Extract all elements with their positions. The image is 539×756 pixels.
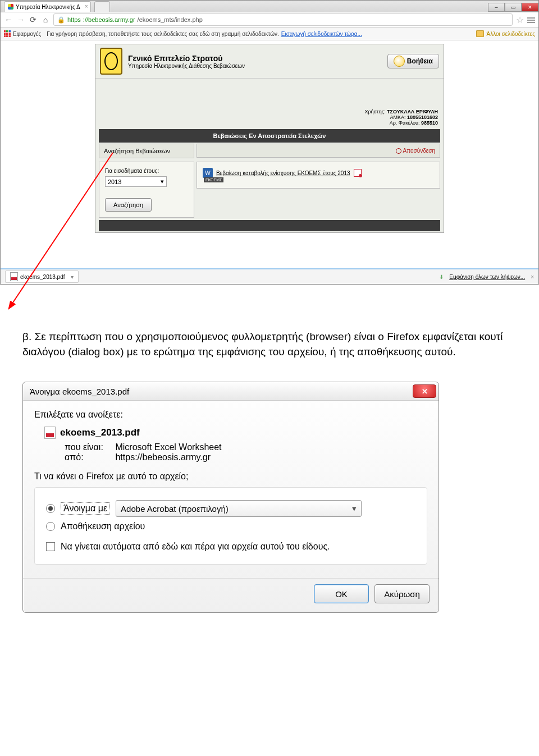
user-name: ΤΣΟΥΚΑΛΑ ΕΡΙΦΥΛΗ	[387, 109, 438, 114]
import-bookmarks-link[interactable]: Εισαγωγή σελιδοδεικτών τώρα...	[281, 31, 362, 37]
back-icon[interactable]: ←	[4, 15, 13, 24]
chevron-down-icon: ▾	[352, 503, 357, 514]
bookmark-star-icon[interactable]: ☆	[516, 15, 524, 25]
power-icon	[396, 148, 401, 154]
option-save-file[interactable]: Αποθήκευση αρχείου	[46, 521, 419, 532]
ok-button[interactable]: OK	[314, 584, 369, 603]
bulb-icon	[394, 56, 405, 67]
pdf-icon	[10, 272, 18, 281]
search-button[interactable]: Αναζήτηση	[105, 198, 152, 212]
body-paragraph: β. Σε περίπτωση που ο χρησιμοποιούμενος …	[0, 285, 539, 382]
bookmarks-bar: Εφαρμογές Για γρήγορη πρόσβαση, τοποθετή…	[1, 28, 538, 40]
dialog-body: Επιλέξατε να ανοίξετε: ekoems_2013.pdf π…	[23, 401, 438, 578]
minimize-button[interactable]: –	[488, 3, 505, 12]
cancel-button[interactable]: Ακύρωση	[374, 584, 430, 603]
browser-screenshot: Υπηρεσία Ηλεκτρονικής Δ × – ▭ ✕ ← → ⟳ ⌂ …	[0, 0, 539, 285]
application-value: Adobe Acrobat (προεπιλογή)	[121, 504, 229, 514]
forward-icon[interactable]: →	[16, 15, 25, 24]
radio-open-with[interactable]	[46, 504, 55, 513]
browser-tab-active[interactable]: Υπηρεσία Ηλεκτρονικής Δ ×	[4, 1, 91, 12]
footer-bar	[99, 220, 440, 231]
apps-label[interactable]: Εφαρμογές	[13, 31, 41, 37]
logout-label: Αποσύνδεση	[403, 148, 435, 154]
help-label: Βοήθεια	[407, 57, 433, 65]
maximize-button[interactable]: ▭	[505, 3, 522, 12]
chevron-down-icon: ▾	[161, 178, 164, 185]
site-container: Γενικό Επιτελείο Στρατού Υπηρεσία Ηλεκτρ…	[95, 44, 444, 233]
save-file-label: Αποθήκευση αρχείου	[61, 521, 145, 532]
tab-title: Υπηρεσία Ηλεκτρονικής Δ	[16, 4, 80, 10]
type-value: Microsoft Excel Worksheet	[115, 442, 221, 452]
other-bookmarks[interactable]: Άλλοι σελιδοδείκτες	[476, 30, 535, 37]
dialog-titlebar: Άνοιγμα ekoems_2013.pdf ✕	[23, 382, 438, 401]
body-text: β. Σε περίπτωση που ο χρησιμοποιούμενος …	[22, 331, 503, 358]
radio-save-file[interactable]	[46, 522, 55, 531]
army-emblem-icon	[100, 48, 122, 75]
dialog-file-row: ekoems_2013.pdf	[44, 427, 427, 439]
dialog-options: Άνοιγμα με Adobe Acrobat (προεπιλογή) ▾ …	[34, 487, 427, 565]
dialog-question: Τι να κάνει ο Firefox με αυτό το αρχείο;	[34, 471, 427, 482]
amka-value: 18055101602	[407, 114, 438, 120]
document-badge: ΕΚΟΕΜΣ	[204, 177, 223, 182]
page-viewport: Γενικό Επιτελείο Στρατού Υπηρεσία Ηλεκτρ…	[1, 40, 538, 268]
help-button[interactable]: Βοήθεια	[387, 54, 439, 68]
from-label: από:	[65, 452, 113, 462]
url-host: ://bebeosis.army.gr	[83, 16, 135, 23]
dialog-line1: Επιλέξατε να ανοίξετε:	[34, 410, 427, 420]
option-open-with[interactable]: Άνοιγμα με Adobe Acrobat (προεπιλογή) ▾	[46, 500, 419, 517]
home-icon[interactable]: ⌂	[41, 15, 50, 24]
close-button[interactable]: ✕	[522, 3, 538, 12]
document-title: Βεβαίωση καταβολής ενίσχυσης ΕΚΟΕΜΣ έτου…	[216, 170, 350, 176]
fakelos-label: Αρ. Φακέλου:	[390, 120, 420, 126]
site-subtitle: Υπηρεσία Ηλεκτρονικής Διάθεσης Βεβαιώσεω…	[128, 63, 245, 69]
year-select[interactable]: 2013 ▾	[105, 176, 167, 187]
results-box: W Βεβαίωση καταβολής ενίσχυσης ΕΚΟΕΜΣ έτ…	[197, 162, 440, 189]
lock-icon: 🔒	[57, 16, 65, 24]
search-head: Αναζήτηση Βεβαιώσεων	[99, 144, 194, 158]
dialog-buttons: OK Ακύρωση	[23, 578, 438, 612]
tab-title-ghost	[98, 4, 100, 10]
option-remember[interactable]: Να γίνεται αυτόματα από εδώ και πέρα για…	[46, 542, 419, 552]
year-label: Για εισοδήματα έτους:	[105, 168, 188, 174]
url-protocol: https	[67, 16, 81, 23]
show-all-downloads-link[interactable]: Εμφάνιση όλων των λήψεων...	[449, 274, 525, 280]
open-file-dialog: Άνοιγμα ekoems_2013.pdf ✕ Επιλέξατε να α…	[22, 382, 439, 613]
logout-bar[interactable]: Αποσύνδεση	[197, 144, 440, 158]
year-value: 2013	[108, 178, 121, 185]
chrome-tabstrip: Υπηρεσία Ηλεκτρονικής Δ × – ▭ ✕	[1, 1, 538, 12]
reload-icon[interactable]: ⟳	[29, 15, 38, 24]
tab-close-icon[interactable]: ×	[85, 3, 88, 10]
user-label: Χρήστης:	[364, 109, 385, 114]
download-arrow-icon: ⬇	[439, 274, 444, 280]
chrome-menu-icon[interactable]	[527, 16, 535, 23]
browser-tab-inactive[interactable]	[94, 1, 111, 12]
section-bar: Βεβαιώσεις Εν Αποστρατεία Στελεχών	[99, 129, 440, 143]
address-bar-row: ← → ⟳ ⌂ 🔒 https://bebeosis.army.gr/ekoem…	[1, 12, 538, 28]
other-bookmarks-label: Άλλοι σελιδοδείκτες	[486, 31, 535, 37]
checkbox-remember[interactable]	[46, 542, 55, 551]
address-bar[interactable]: 🔒 https://bebeosis.army.gr/ekoems_mts/in…	[53, 13, 513, 26]
close-downloads-icon[interactable]: ×	[531, 274, 534, 280]
panel-body-row: Για εισοδήματα έτους: 2013 ▾ Αναζήτηση W	[95, 159, 444, 219]
site-title: Γενικό Επιτελείο Στρατού	[128, 54, 245, 63]
chevron-down-icon[interactable]: ▾	[71, 274, 74, 280]
url-path: /ekoems_mts/index.php	[138, 16, 203, 23]
download-bar: ekoems_2013.pdf ▾ ⬇ Εμφάνιση όλων των λή…	[1, 268, 538, 284]
dialog-close-button[interactable]: ✕	[413, 384, 436, 398]
bookmarks-hint: Για γρήγορη πρόσβαση, τοποθετήστε τους σ…	[47, 31, 279, 37]
pdf-file-icon	[44, 427, 56, 439]
site-header: Γενικό Επιτελείο Στρατού Υπηρεσία Ηλεκτρ…	[95, 44, 444, 79]
dialog-meta-from: από: https://bebeosis.army.gr	[65, 452, 427, 462]
window-controls: – ▭ ✕	[488, 3, 538, 12]
application-combo[interactable]: Adobe Acrobat (προεπιλογή) ▾	[116, 500, 362, 517]
download-item[interactable]: ekoems_2013.pdf ▾	[5, 271, 79, 283]
dialog-filename: ekoems_2013.pdf	[60, 427, 140, 438]
search-box: Για εισοδήματα έτους: 2013 ▾ Αναζήτηση	[99, 162, 194, 218]
dialog-screenshot: Άνοιγμα ekoems_2013.pdf ✕ Επιλέξατε να α…	[0, 382, 539, 624]
site-titles: Γενικό Επιτελείο Στρατού Υπηρεσία Ηλεκτρ…	[128, 54, 245, 69]
panel-heads-row: Αναζήτηση Βεβαιώσεων Αποσύνδεση	[95, 144, 444, 159]
apps-icon[interactable]	[4, 30, 11, 37]
open-with-label: Άνοιγμα με	[61, 502, 110, 515]
type-label: που είναι:	[65, 442, 113, 452]
amka-label: ΑΜΚΑ:	[390, 114, 405, 120]
